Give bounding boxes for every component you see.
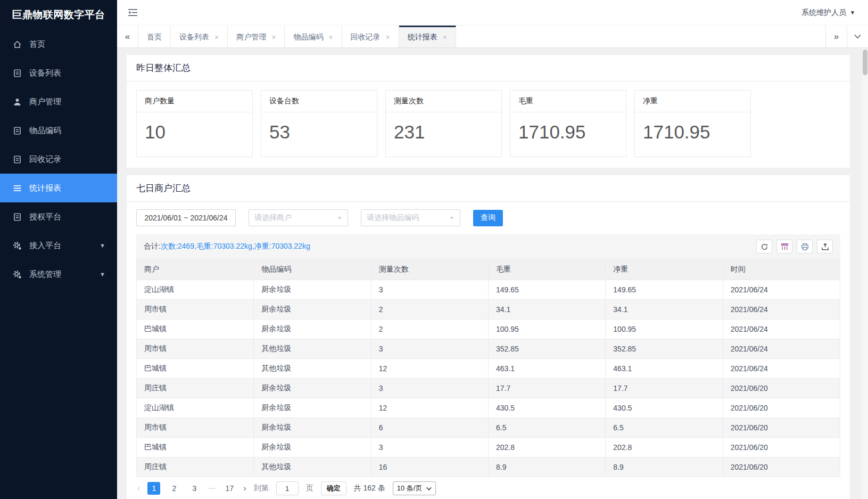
- table-cell: 8.9: [606, 457, 723, 477]
- table-cell: 2021/06/24: [723, 339, 840, 359]
- item-code-select[interactable]: 请选择物品编码 ▼: [361, 209, 460, 226]
- table-cell: 16: [371, 457, 488, 477]
- filter-bar: 请选择商户 ▼ 请选择物品编码 ▼ 查询: [127, 202, 850, 234]
- table-column-header: 净重: [606, 259, 723, 280]
- print-button[interactable]: [797, 240, 813, 253]
- table-cell: 430.5: [606, 398, 723, 418]
- columns-button[interactable]: [776, 240, 792, 253]
- chevron-down-icon: ▼: [100, 242, 105, 249]
- user-menu[interactable]: 系统维护人员 ▼: [801, 8, 855, 18]
- tabs-scroll-right-icon[interactable]: »: [825, 26, 847, 47]
- table-row[interactable]: 周市镇厨余垃圾234.134.12021/06/24: [137, 300, 840, 320]
- tab-设备列表[interactable]: 设备列表 ×: [171, 26, 228, 47]
- sidebar-item-label: 设备列表: [29, 68, 61, 78]
- close-icon[interactable]: ×: [214, 33, 219, 42]
- sidebar-item-回收记录[interactable]: 回收记录: [0, 145, 117, 174]
- page-number-17[interactable]: 17: [223, 482, 236, 495]
- merchant-select[interactable]: 请选择商户 ▼: [249, 209, 348, 226]
- tab-统计报表[interactable]: 统计报表 ×: [399, 26, 456, 47]
- page-number-2[interactable]: 2: [168, 482, 180, 495]
- table-column-header: 商户: [137, 259, 254, 280]
- sidebar-item-设备列表[interactable]: 设备列表: [0, 59, 117, 87]
- table-cell: 周庄镇: [137, 379, 254, 398]
- doc-icon: [13, 212, 22, 222]
- tab-物品编码[interactable]: 物品编码 ×: [285, 26, 342, 47]
- tab-首页[interactable]: 首页: [138, 26, 171, 47]
- table-row[interactable]: 巴城镇厨余垃圾3202.8202.82021/06/20: [137, 438, 840, 457]
- next-page-icon[interactable]: ›: [243, 484, 246, 493]
- table-row[interactable]: 周市镇其他垃圾3352.85352.852021/06/24: [137, 339, 840, 359]
- table-cell: 厨余垃圾: [254, 320, 371, 339]
- total-value: 次数:2469,毛重:70303.22kg,净重:70303.22kg: [161, 242, 310, 251]
- sidebar-item-label: 回收记录: [29, 154, 61, 165]
- confirm-button[interactable]: 确定: [321, 481, 346, 495]
- close-icon[interactable]: ×: [271, 33, 276, 42]
- table-cell: 100.95: [488, 320, 605, 339]
- sidebar-item-label: 接入平台: [29, 241, 61, 251]
- user-name: 系统维护人员: [801, 8, 846, 18]
- refresh-button[interactable]: [756, 240, 772, 253]
- sidebar-item-系统管理[interactable]: 系统管理 ▼: [0, 260, 117, 289]
- stat-card-label: 商户数量: [137, 91, 252, 112]
- total-count: 共 162 条: [354, 484, 385, 493]
- home-icon: [13, 39, 22, 49]
- sidebar-collapse-icon[interactable]: [128, 9, 138, 17]
- date-range-input[interactable]: [136, 209, 236, 226]
- total-label: 合计:: [144, 242, 161, 251]
- item-code-select-placeholder: 请选择物品编码: [367, 213, 419, 223]
- table-cell: 周市镇: [137, 418, 254, 438]
- page-size-select[interactable]: 10 条/页: [393, 481, 436, 495]
- tabs-scroll-left-icon[interactable]: «: [117, 26, 138, 47]
- table-row[interactable]: 巴城镇其他垃圾12463.1463.12021/06/24: [137, 359, 840, 379]
- seven-day-panel: 七日商户汇总 请选择商户 ▼ 请选择物品编码 ▼ 查询 合计: 次数:2469,…: [127, 175, 850, 499]
- table-cell: 2021/06/20: [723, 438, 840, 457]
- close-icon[interactable]: ×: [443, 33, 447, 42]
- sidebar-item-统计报表[interactable]: 统计报表: [0, 174, 117, 202]
- sidebar-item-首页[interactable]: 首页: [0, 30, 117, 59]
- close-icon[interactable]: ×: [386, 33, 390, 42]
- search-button[interactable]: 查询: [473, 210, 503, 226]
- stat-card-value: 53: [261, 112, 377, 157]
- table-cell: 厨余垃圾: [254, 438, 371, 457]
- close-icon[interactable]: ×: [328, 33, 333, 42]
- scrollbar-thumb[interactable]: [863, 50, 867, 75]
- table-column-header: 测量次数: [371, 259, 488, 280]
- sidebar-item-商户管理[interactable]: 商户管理: [0, 87, 117, 116]
- sidebar-item-接入平台[interactable]: 接入平台 ▼: [0, 231, 117, 260]
- vertical-scrollbar[interactable]: [862, 48, 868, 499]
- table-row[interactable]: 周市镇厨余垃圾66.56.52021/06/20: [137, 418, 840, 438]
- page-number-1[interactable]: 1: [147, 482, 160, 495]
- sidebar: 巨鼎物联网数字平台 首页 设备列表 商户管理 物品编码 回收记录 统计报表 授权…: [0, 0, 117, 499]
- table-cell: 34.1: [606, 300, 723, 320]
- sidebar-item-授权平台[interactable]: 授权平台: [0, 202, 117, 231]
- table-cell: 周庄镇: [137, 457, 254, 477]
- page-numbers: 123…17: [147, 482, 236, 495]
- table-row[interactable]: 周庄镇厨余垃圾317.717.72021/06/20: [137, 379, 840, 398]
- stat-card-value: 10: [137, 112, 252, 157]
- table-cell: 2021/06/20: [723, 398, 840, 418]
- report-table: 商户物品编码测量次数毛重净重时间 淀山湖镇厨余垃圾3149.65149.6520…: [136, 259, 840, 477]
- prev-page-icon[interactable]: ‹: [137, 484, 140, 493]
- export-button[interactable]: [817, 240, 833, 253]
- pagination: ‹ 123…17 › 到第 页 确定 共 162 条 10 条/页: [136, 477, 840, 499]
- goto-label: 到第: [254, 484, 269, 493]
- tab-回收记录[interactable]: 回收记录 ×: [342, 26, 399, 47]
- table-cell: 巴城镇: [137, 320, 254, 339]
- table-cell: 2021/06/24: [723, 300, 840, 320]
- table-row[interactable]: 淀山湖镇厨余垃圾3149.65149.652021/06/24: [137, 280, 840, 300]
- sidebar-item-label: 物品编码: [29, 126, 61, 136]
- chevron-down-icon: [426, 487, 432, 490]
- page-number-3[interactable]: 3: [188, 482, 201, 495]
- table-cell: 淀山湖镇: [137, 398, 254, 418]
- table-row[interactable]: 周庄镇其他垃圾168.98.92021/06/20: [137, 457, 840, 477]
- sidebar-item-物品编码[interactable]: 物品编码: [0, 116, 117, 145]
- table-row[interactable]: 淀山湖镇厨余垃圾12430.5430.52021/06/20: [137, 398, 840, 418]
- table-cell: 2021/06/24: [723, 320, 840, 339]
- goto-page-input[interactable]: [276, 481, 299, 495]
- top-bar: 系统维护人员 ▼: [117, 0, 868, 26]
- tabs-menu-icon[interactable]: [847, 26, 868, 47]
- table-cell: 8.9: [488, 457, 605, 477]
- tab-商户管理[interactable]: 商户管理 ×: [228, 26, 285, 47]
- sidebar-item-label: 统计报表: [29, 183, 61, 193]
- table-row[interactable]: 巴城镇厨余垃圾2100.95100.952021/06/24: [137, 320, 840, 339]
